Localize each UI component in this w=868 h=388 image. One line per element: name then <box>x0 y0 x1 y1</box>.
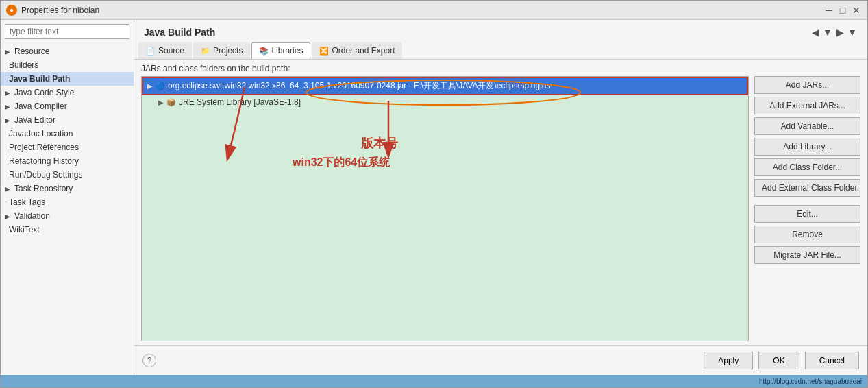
bottom-right: Apply OK Cancel <box>704 352 859 369</box>
maximize-button[interactable]: □ <box>837 5 848 16</box>
sidebar-item-label: Task Repository <box>14 184 73 193</box>
minimize-button[interactable]: ─ <box>823 5 834 16</box>
annotation-label-win32: win32下的64位系统 <box>293 156 390 170</box>
add-class-folder-button[interactable]: Add Class Folder... <box>754 158 860 176</box>
sidebar-item-label: Javadoc Location <box>9 129 73 138</box>
tab-projects-label: Projects <box>213 46 243 56</box>
tree-area: ▶ 🔵 org.eclipse.swt.win32.win32.x86_64_3… <box>141 76 749 341</box>
sidebar: ▶ Resource Builders Java Build Path ▶ Ja… <box>1 20 134 375</box>
app-icon: ● <box>6 5 17 16</box>
path-label: JARs and class folders on the build path… <box>141 64 860 73</box>
arrow-icon: ▶ <box>5 103 10 110</box>
add-jars-button[interactable]: Add JARs... <box>754 76 860 94</box>
sidebar-item-wikitext[interactable]: WikiText <box>1 223 134 237</box>
sidebar-item-javadoc[interactable]: Javadoc Location <box>1 127 134 141</box>
main-header: Java Build Path ◀ ▼ ▶ ▼ <box>134 20 867 42</box>
title-bar: ● Properties for nibolan ─ □ ✕ <box>1 1 867 20</box>
forward2-button[interactable]: ▶ <box>834 27 845 38</box>
buttons-panel: Add JARs... Add External JARs... Add Var… <box>754 76 860 341</box>
annotation-overlay: 版本号 win32下的64位系统 <box>142 77 748 341</box>
arrow-icon: ▶ <box>5 89 10 97</box>
nav-arrows: ◀ ▼ ▶ ▼ <box>810 27 858 38</box>
add-library-button[interactable]: Add Library... <box>754 138 860 156</box>
tree-item-swt-jar[interactable]: ▶ 🔵 org.eclipse.swt.win32.win32.x86_64_3… <box>142 77 748 95</box>
tab-source-label: Source <box>158 46 184 56</box>
cancel-button[interactable]: Cancel <box>805 352 859 369</box>
bottom-strip: http://blog.csdn.net/shaguabuadai <box>1 375 867 387</box>
tab-projects[interactable]: 📁 Projects <box>193 42 250 59</box>
sidebar-item-label: Resource <box>14 47 49 56</box>
sidebar-item-java-compiler[interactable]: ▶ Java Compiler <box>1 99 134 113</box>
tab-libraries[interactable]: 📚 Libraries <box>251 42 310 59</box>
window-controls: ─ □ ✕ <box>823 5 862 16</box>
sidebar-item-java-build-path[interactable]: Java Build Path <box>1 72 134 86</box>
forward-button[interactable]: ▼ <box>822 27 833 38</box>
main-panel: Java Build Path ◀ ▼ ▶ ▼ 📄 Source 📁 Proje… <box>134 20 867 375</box>
sidebar-item-task-tags[interactable]: Task Tags <box>1 195 134 209</box>
annotation-label-version: 版本号 <box>361 135 398 151</box>
projects-tab-icon: 📁 <box>201 47 210 56</box>
window-title: Properties for nibolan <box>21 5 99 15</box>
libraries-tab-icon: 📚 <box>259 47 269 56</box>
source-tab-icon: 📄 <box>146 47 156 56</box>
sidebar-item-label: Refactoring History <box>9 156 79 166</box>
order-tab-icon: 🔀 <box>319 47 329 56</box>
panel-title: Java Build Path <box>144 27 215 38</box>
sidebar-item-label: Java Compiler <box>14 101 67 111</box>
ok-button[interactable]: OK <box>758 352 799 369</box>
tab-source[interactable]: 📄 Source <box>138 42 192 59</box>
sidebar-item-java-editor[interactable]: ▶ Java Editor <box>1 113 134 127</box>
bottom-left: ? <box>142 354 156 367</box>
tree-expand-icon: ▶ <box>147 82 153 90</box>
sidebar-item-resource[interactable]: ▶ Resource <box>1 45 134 58</box>
sidebar-item-label: Project References <box>9 143 79 152</box>
content-area: ▶ Resource Builders Java Build Path ▶ Ja… <box>1 20 867 375</box>
sidebar-item-builders[interactable]: Builders <box>1 58 134 72</box>
tab-order-label: Order and Export <box>332 46 395 56</box>
title-bar-left: ● Properties for nibolan <box>6 5 99 16</box>
sidebar-item-label: Java Code Style <box>14 88 74 97</box>
sidebar-item-refactoring[interactable]: Refactoring History <box>1 154 134 168</box>
sidebar-items: ▶ Resource Builders Java Build Path ▶ Ja… <box>1 43 134 375</box>
tab-libraries-label: Libraries <box>271 46 303 56</box>
bottom-bar: ? Apply OK Cancel <box>134 345 867 375</box>
close-button[interactable]: ✕ <box>851 5 862 16</box>
jre-icon: 📦 <box>166 98 176 107</box>
filter-input[interactable] <box>5 24 129 39</box>
tree-expand-icon2: ▶ <box>158 99 164 106</box>
arrow-icon: ▶ <box>5 213 10 220</box>
sidebar-item-run-debug[interactable]: Run/Debug Settings <box>1 168 134 182</box>
dropdown-button[interactable]: ▼ <box>847 27 858 38</box>
arrow-icon: ▶ <box>5 117 10 124</box>
sidebar-item-label: WikiText <box>9 225 40 234</box>
properties-window: ● Properties for nibolan ─ □ ✕ ▶ Resourc… <box>0 0 868 388</box>
tree-item-jre[interactable]: ▶ 📦 JRE System Library [JavaSE-1.8] <box>142 95 748 109</box>
apply-button[interactable]: Apply <box>704 352 753 369</box>
help-button[interactable]: ? <box>142 354 156 367</box>
arrow-icon: ▶ <box>5 185 10 193</box>
sidebar-item-label: Run/Debug Settings <box>9 170 82 180</box>
sidebar-item-label: Builders <box>9 60 38 70</box>
jar-icon: 🔵 <box>156 82 165 90</box>
tree-item-label: org.eclipse.swt.win32.win32.x86_64_3.105… <box>168 80 551 92</box>
sidebar-item-validation[interactable]: ▶ Validation <box>1 209 134 223</box>
sidebar-item-label: Validation <box>14 211 50 221</box>
sidebar-item-label: Java Editor <box>14 115 55 125</box>
sidebar-item-task-repository[interactable]: ▶ Task Repository <box>1 182 134 195</box>
back-button[interactable]: ◀ <box>810 27 821 38</box>
edit-button[interactable]: Edit... <box>754 205 860 223</box>
arrow-icon: ▶ <box>5 48 10 56</box>
sidebar-item-label: Java Build Path <box>9 74 70 84</box>
migrate-jar-button[interactable]: Migrate JAR File... <box>754 246 860 264</box>
add-external-class-folder-button[interactable]: Add External Class Folder... <box>754 179 860 197</box>
tab-order-export[interactable]: 🔀 Order and Export <box>312 42 402 59</box>
sidebar-item-java-code-style[interactable]: ▶ Java Code Style <box>1 86 134 99</box>
sidebar-item-label: Task Tags <box>9 197 45 207</box>
build-path-content: JARs and class folders on the build path… <box>134 60 867 345</box>
tree-item-jre-label: JRE System Library [JavaSE-1.8] <box>179 97 301 107</box>
sidebar-item-project-references[interactable]: Project References <box>1 141 134 154</box>
add-external-jars-button[interactable]: Add External JARs... <box>754 97 860 114</box>
add-variable-button[interactable]: Add Variable... <box>754 117 860 135</box>
remove-button[interactable]: Remove <box>754 226 860 243</box>
watermark: http://blog.csdn.net/shaguabuadai <box>759 378 862 385</box>
